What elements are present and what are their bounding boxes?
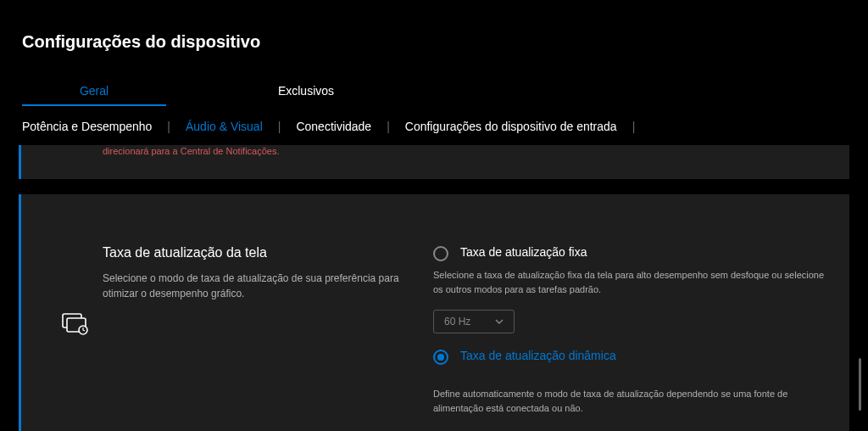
tabs-secondary: Potência e Desempenho | Áudio & Visual |… <box>0 116 868 137</box>
radio-dynamic-label: Taxa de atualização dinâmica <box>460 349 616 362</box>
radio-circle-icon <box>433 350 448 365</box>
refresh-rate-panel: Taxa de atualização da tela Selecione o … <box>19 194 849 431</box>
tab-dispositivo-entrada[interactable]: Configurações do dispositivo de entrada <box>405 116 617 137</box>
tabs-primary: Geral Exclusivos <box>0 77 868 104</box>
tab-conectividade[interactable]: Conectividade <box>296 116 371 137</box>
radio-fixed-label: Taxa de atualização fixa <box>460 245 587 259</box>
notice-text: direcionará para a Central de Notificaçõ… <box>103 145 826 158</box>
display-icon <box>62 313 89 340</box>
section-title: Taxa de atualização da tela <box>103 245 408 260</box>
divider: | <box>167 120 170 133</box>
divider: | <box>278 120 281 133</box>
radio-dynamic-rate[interactable]: Taxa de atualização dinâmica <box>433 349 826 365</box>
radio-circle-icon <box>433 246 448 261</box>
content-area: direcionará para a Central de Notificaçõ… <box>0 145 868 431</box>
refresh-rate-select[interactable]: 60 Hz <box>433 310 515 333</box>
divider: | <box>387 120 390 133</box>
section-left: Taxa de atualização da tela Selecione o … <box>103 245 408 431</box>
tab-audio-visual[interactable]: Áudio & Visual <box>186 116 263 137</box>
section-description: Selecione o modo de taxa de atualização … <box>103 271 408 301</box>
tab-geral[interactable]: Geral <box>22 77 166 104</box>
radio-fixed-rate[interactable]: Taxa de atualização fixa <box>433 245 826 261</box>
tab-exclusivos[interactable]: Exclusivos <box>234 77 378 104</box>
scrollbar[interactable] <box>859 358 861 411</box>
select-value: 60 Hz <box>444 316 470 327</box>
tab-potencia[interactable]: Potência e Desempenho <box>22 116 152 137</box>
notice-panel: direcionará para a Central de Notificaçõ… <box>19 145 849 179</box>
page-title: Configurações do dispositivo <box>0 0 868 52</box>
chevron-down-icon <box>495 319 504 324</box>
dynamic-rate-description: Define automaticamente o modo de taxa de… <box>433 387 826 415</box>
divider: | <box>632 120 636 133</box>
section-right: Taxa de atualização fixa Selecione a tax… <box>433 245 826 431</box>
fixed-rate-description: Selecione a taxa de atualização fixa da … <box>433 268 826 296</box>
